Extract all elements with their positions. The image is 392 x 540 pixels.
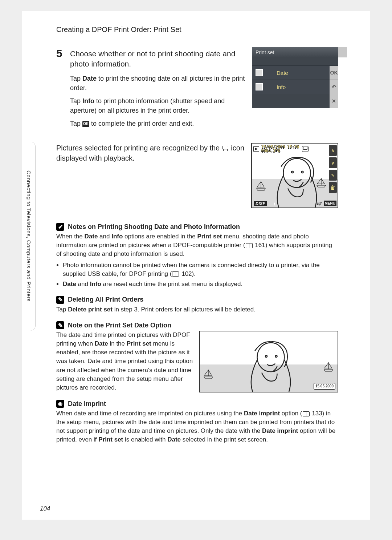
notes-title: Notes on Printing Shooting Date and Phot… — [68, 223, 240, 231]
svg-point-3 — [302, 171, 303, 173]
page-ref-icon — [246, 243, 253, 248]
battery-icon — [268, 202, 274, 206]
step-paragraph-1: Tap Date to print the shooting date on a… — [70, 74, 248, 93]
back-button[interactable]: ↶ — [330, 80, 338, 94]
page-ref-icon — [172, 271, 179, 277]
date-imprint-body: When date and time of recording are impr… — [56, 409, 338, 444]
note-check-icon — [56, 223, 64, 231]
sailboat-icon — [203, 369, 214, 380]
page-number: 104 — [40, 505, 50, 512]
playback-paragraph: Pictures selected for printing are recog… — [56, 143, 247, 208]
svg-point-2 — [291, 171, 293, 173]
imprinted-date: 15.05.2009 — [314, 383, 335, 390]
step-paragraph-2: Tap Info to print photo information (shu… — [70, 96, 248, 115]
close-button[interactable]: ✕ — [330, 94, 338, 108]
info-checkbox[interactable] — [256, 83, 263, 90]
step-number: 5 — [56, 47, 67, 60]
person-illustration — [244, 337, 298, 392]
sailboat-icon — [256, 181, 266, 192]
person-illustration — [270, 153, 324, 207]
print-set-screen-illustration: Print set Date Info — [252, 47, 338, 108]
date-label: Date — [277, 70, 288, 76]
sailboat-icon — [323, 362, 334, 372]
overlay-datetime: 15/05/2009 15:30 — [261, 145, 299, 149]
svg-point-6 — [275, 355, 277, 357]
svg-point-5 — [265, 355, 267, 357]
playback-screen-illustration: 15/05/2009 15:30 0004.JPG ∧ ∨ ✎ 🗑 — [251, 143, 338, 208]
svg-marker-0 — [255, 148, 258, 150]
svg-point-4 — [257, 343, 285, 372]
tip-icon — [56, 400, 64, 408]
playback-icon — [253, 146, 259, 152]
date-option-illustration: 15.05.2009 — [199, 331, 339, 392]
info-label: Info — [277, 84, 286, 90]
date-option-title: Note on the Print Set Date Option — [68, 322, 171, 329]
svg-point-1 — [283, 158, 311, 188]
notes-body: When the Date and Info options are enabl… — [56, 232, 338, 289]
print-set-date-row: Date — [252, 66, 330, 80]
ok-button[interactable]: OK — [330, 66, 338, 80]
edit-button[interactable]: ✎ — [329, 170, 337, 181]
note-pencil-icon — [56, 321, 64, 329]
step-title: Choose whether or not to print shooting … — [70, 49, 248, 69]
date-checkbox[interactable] — [256, 69, 263, 76]
page-title: Creating a DPOF Print Order: Print Set — [56, 22, 338, 39]
up-button[interactable]: ∧ — [329, 145, 337, 156]
section-side-tab: Connecting to Televisions, Computers and… — [22, 142, 36, 331]
print-mark-icon — [302, 146, 309, 152]
delete-button[interactable]: 🗑 — [329, 182, 337, 193]
overlay-filename: 0004.JPG — [261, 149, 299, 153]
date-option-body: The date and time printed on pictures wi… — [56, 331, 194, 392]
delete-orders-body: Tap Delete print set in step 3. Print or… — [56, 305, 338, 314]
print-order-icon — [222, 146, 228, 151]
print-set-title: Print set — [256, 49, 274, 55]
menu-button[interactable]: MENU — [324, 201, 336, 206]
note-pencil-icon — [56, 296, 64, 304]
disp-button[interactable]: DISP — [254, 201, 267, 206]
side-tab-text: Connecting to Televisions, Computers and… — [26, 170, 32, 302]
step-paragraph-3: Tap OK to complete the print order and e… — [70, 119, 248, 128]
down-button[interactable]: ∨ — [329, 157, 337, 168]
ok-icon: OK — [82, 121, 89, 127]
delete-orders-title: Deleting All Print Orders — [68, 296, 143, 303]
page-ref-icon — [303, 411, 310, 416]
manual-page: Connecting to Televisions, Computers and… — [22, 11, 370, 520]
date-imprint-title: Date Imprint — [68, 400, 106, 408]
print-set-info-row: Info — [252, 80, 330, 94]
